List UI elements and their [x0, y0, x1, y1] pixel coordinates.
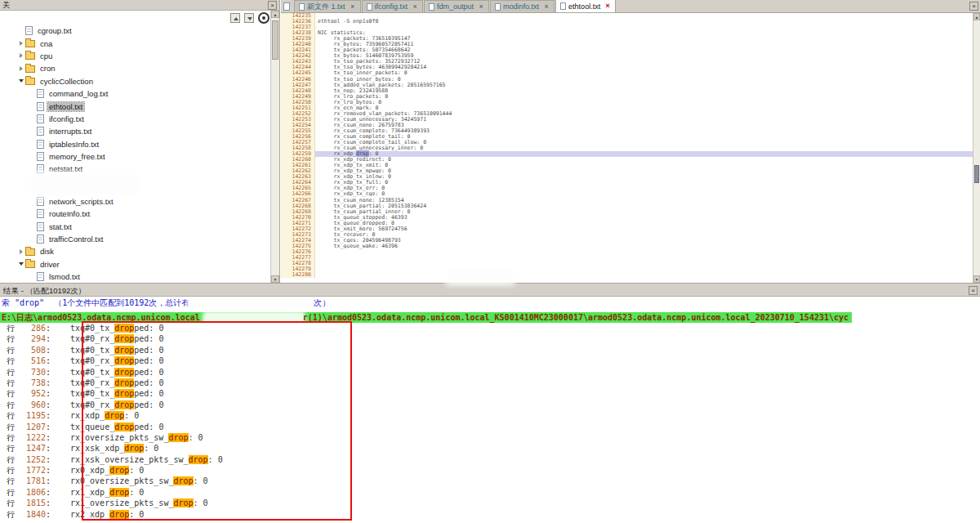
tree-item-netstat-txt[interactable]: netstat.txt	[0, 163, 270, 175]
editor-scrollbar[interactable]: ▲ ▼	[973, 13, 980, 283]
editor-scroll-up-icon[interactable]: ▲	[973, 13, 980, 20]
editor-line[interactable]: 142276	[281, 249, 973, 255]
row-text: rx_oversize_pkts_sw_drop: 0	[51, 432, 203, 443]
workspace-close-icon[interactable]: ×	[268, 1, 277, 10]
editor-line[interactable]: 142236ethtool -S enp1s0f0	[281, 19, 973, 25]
result-row[interactable]: 行508:txq#0_tx_dropped: 0	[0, 345, 980, 355]
result-row[interactable]: 行952:txq#0_tx_dropped: 0	[0, 388, 980, 399]
line-text: tx_packets: 507354668642	[315, 47, 973, 53]
row-line-number: 952	[15, 388, 46, 399]
result-row[interactable]: 行1207:tx_queue_dropped: 0	[0, 422, 980, 432]
tab-fdm-output[interactable]: fdm_output×	[424, 0, 489, 12]
editor-line[interactable]: 142235	[281, 13, 973, 19]
editor-line[interactable]: 142275 tx_queue_wake: 46396	[281, 244, 973, 249]
tree-item-network-scripts-txt[interactable]: network_scripts.txt	[0, 195, 270, 208]
editor-line[interactable]: 142237	[281, 25, 973, 30]
result-row[interactable]: 行1252:rx_xsk_oversize_pkts_sw_drop: 0	[0, 454, 980, 465]
chevron-right-icon[interactable]	[16, 249, 25, 254]
editor-scroll-down-icon[interactable]: ▼	[973, 275, 980, 283]
tab-ethtool-txt[interactable]: ethtool.txt×	[555, 0, 616, 12]
editor-area[interactable]: 142235142236ethtool -S enp1s0f0142237142…	[281, 13, 973, 283]
editor-line[interactable]: 142264 rx_xdp_tx_full: 0	[281, 180, 973, 186]
tab-close-icon[interactable]: ×	[543, 3, 550, 11]
result-row[interactable]: 行286:txq#0_tx_dropped: 0	[0, 323, 980, 333]
editor-line[interactable]: 142277	[281, 255, 973, 261]
row-label: 行	[0, 410, 15, 421]
tree-item-command-log-txt[interactable]: command_log.txt	[0, 87, 270, 100]
line-text: tx_csum_partial: 205153836424	[315, 203, 973, 209]
tree-item-interrupts-txt[interactable]: interrupts.txt	[0, 125, 270, 137]
editor-line[interactable]: 142280	[281, 272, 973, 278]
tab-close-icon[interactable]: ×	[412, 3, 418, 11]
tree-item-trafficcontrol-txt[interactable]: trafficControl.txt	[0, 233, 270, 245]
chevron-down-icon[interactable]	[16, 79, 25, 83]
editor-line[interactable]: 142272 tx_xmit_more: 569724756	[281, 226, 973, 232]
result-row[interactable]: 行1222:rx_oversize_pkts_sw_drop: 0	[0, 432, 980, 443]
editor-group-close-icon[interactable]: ×	[969, 2, 978, 11]
result-row[interactable]: 行1247:rx_xsk_xdp_drop: 0	[0, 443, 980, 454]
chevron-down-icon[interactable]	[16, 262, 25, 266]
locate-file-icon[interactable]	[258, 12, 270, 24]
scroll-down-icon[interactable]: ▼	[271, 275, 279, 283]
tree-item-cpu[interactable]: cpu	[0, 50, 270, 62]
match-highlight: drop	[114, 422, 134, 431]
result-row[interactable]: 行1806:rx1_xdp_drop: 0	[0, 487, 980, 498]
result-row[interactable]: 行294:txq#0_rx_dropped: 0	[0, 333, 980, 344]
tree-item-cgroup-txt[interactable]: cgroup.txt	[0, 25, 270, 37]
editor-line[interactable]: 142249 rx_lro_packets: 0	[281, 94, 973, 100]
result-row[interactable]: 行730:txq#0_tx_dropped: 0	[0, 367, 980, 378]
chevron-right-icon[interactable]	[16, 66, 25, 71]
editor-line[interactable]: 142265 rx_xdp_tx_err: 0	[281, 186, 973, 191]
file-icon	[37, 114, 44, 123]
tree-item-driver[interactable]: driver	[0, 258, 270, 270]
result-row[interactable]: 行1195:rx_xdp_drop: 0	[0, 410, 980, 421]
tree-item-cron[interactable]: cron	[0, 62, 270, 74]
line-text: rx_xdp_tx_xmit: 0	[315, 163, 973, 168]
tree-item-lsmod-txt[interactable]: lsmod.txt	[0, 270, 270, 283]
tab-close-icon[interactable]: ×	[478, 3, 484, 11]
tab-close-icon[interactable]: ×	[604, 2, 611, 10]
result-row[interactable]: 行516:txq#0_rx_dropped: 0	[0, 355, 980, 366]
editor-line[interactable]: 142279	[281, 266, 973, 272]
tree-item-cycliccollection[interactable]: cyclicCollection	[0, 75, 270, 87]
result-row[interactable]: 行1772:rx0_xdp_drop: 0	[0, 465, 980, 476]
editor-line[interactable]: 142278	[281, 261, 973, 266]
result-row[interactable]: 行1840:rx2_xdp_drop: 0	[0, 509, 980, 520]
tab-1-txt[interactable]: 新文件 1.txt×	[294, 0, 361, 12]
sidebar-scrollbar[interactable]: ▲ ▼	[270, 11, 279, 283]
row-line-number: 294	[15, 333, 46, 344]
expand-all-icon[interactable]	[230, 13, 240, 23]
chevron-right-icon[interactable]	[16, 53, 25, 58]
result-file-path[interactable]: E:\日志\armod0523.odata.ncmp.unicom.local_…	[0, 312, 852, 323]
tree-item-stat-txt[interactable]: stat.txt	[0, 220, 270, 232]
tree-item-ethtool-txt[interactable]: ethtool.txt	[0, 100, 270, 112]
tree-item-iptablesinfo-txt[interactable]: iptablesInfo.txt	[0, 138, 270, 150]
tab-modinfo-txt[interactable]: modinfo.txt×	[490, 0, 555, 12]
tree-item-memory-free-txt[interactable]: memory_free.txt	[0, 150, 270, 163]
result-row[interactable]: 行738:txq#0_rx_dropped: 0	[0, 378, 980, 388]
match-highlight: drop	[189, 455, 208, 464]
tree-item-label: interrupts.txt	[47, 127, 93, 136]
row-label: 行	[0, 323, 15, 333]
collapse-all-icon[interactable]	[244, 13, 254, 23]
tree-item-disk[interactable]: disk	[0, 245, 270, 257]
tree-item-ifconfig-txt[interactable]: ifconfig.txt	[0, 113, 270, 125]
editor-line[interactable]: 142258 rx_csum_unnecessary_inner: 0	[281, 145, 973, 151]
tree-item-routeinfo-txt[interactable]: routeInfo.txt	[0, 208, 270, 220]
match-highlight: drop	[173, 476, 193, 485]
editor-scrollbar-thumb[interactable]	[974, 165, 979, 183]
tab-ifconfig-txt[interactable]: ifconfig.txt×	[362, 0, 424, 12]
row-line-number: 1815	[15, 498, 46, 508]
result-row[interactable]: 行1815:rx1_oversize_pkts_sw_drop: 0	[0, 498, 980, 508]
results-close-icon[interactable]: ×	[969, 286, 978, 295]
scroll-up-icon[interactable]: ▲	[271, 11, 279, 18]
editor-line[interactable]: 142250 rx_lro_bytes: 0	[281, 100, 973, 105]
tree-item-label: ethtool.txt	[47, 102, 84, 111]
result-row[interactable]: 行960:txq#0_rx_dropped: 0	[0, 400, 980, 410]
tree-item-cna[interactable]: cna	[0, 37, 270, 49]
tab-close-icon[interactable]: ×	[350, 3, 356, 11]
result-row[interactable]: 行1781:rx0_oversize_pkts_sw_drop: 0	[0, 476, 980, 486]
chevron-right-icon[interactable]	[16, 41, 25, 46]
app-window: 关 × cgroup.txtcnacpucroncyclicCollection…	[0, 0, 980, 523]
sidebar-scrollbar-thumb[interactable]	[272, 20, 278, 60]
